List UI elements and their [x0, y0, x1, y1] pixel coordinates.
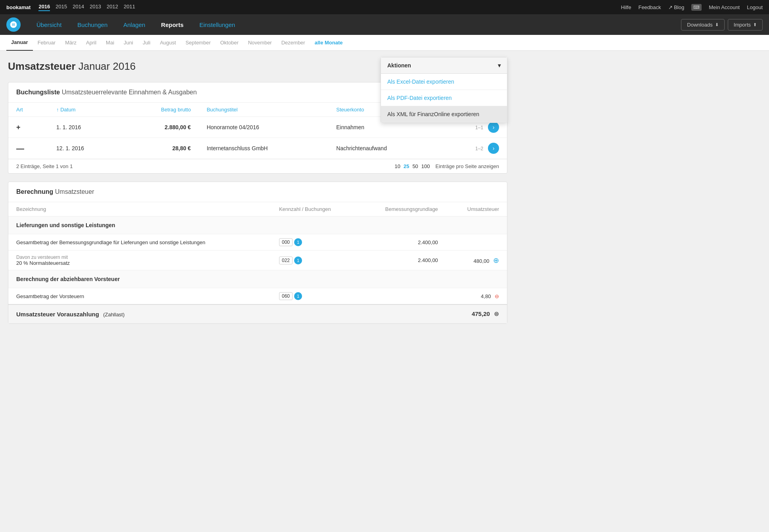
- row-seite: 1–1: [475, 125, 483, 130]
- imports-button[interactable]: Imports ⬆: [728, 19, 763, 31]
- row-seite: 1–2: [475, 146, 483, 151]
- nav-anlagen[interactable]: Anlagen: [115, 14, 153, 35]
- betrag-cell: 28,80 €: [122, 138, 199, 159]
- main-content: Umsatzsteuer Januar 2016 Aktionen ▾ Als …: [0, 51, 515, 341]
- kennzahl-box: 000 1: [279, 238, 302, 246]
- calc-umsatzsteuer: [446, 234, 507, 251]
- nav-buchungen[interactable]: Buchungen: [69, 14, 115, 35]
- berechnung-card: Berechnung Umsatzsteuer Bezeichnung Kenn…: [8, 182, 507, 324]
- actions-dropdown: Aktionen ▾ Als Excel-Datei exportieren A…: [381, 57, 507, 123]
- plus-icon: ⊕: [493, 256, 499, 264]
- keyboard-icon[interactable]: ⌨: [691, 4, 702, 11]
- col-bezeichnung: Bezeichnung: [8, 202, 271, 216]
- export-pdf-item[interactable]: Als PDF-Datei exportieren: [381, 90, 507, 106]
- logo[interactable]: [6, 17, 21, 32]
- page-size-50[interactable]: 50: [412, 163, 418, 169]
- nav-links: Übersicht Buchungen Anlagen Reports Eins…: [29, 14, 681, 35]
- betrag-cell: 2.880,00 €: [122, 117, 199, 138]
- actions-chevron-icon[interactable]: ▾: [498, 62, 501, 69]
- buchungsliste-title-bold: Buchungsliste: [16, 89, 60, 96]
- total-kennzahl: [271, 304, 358, 323]
- brand: bookamat: [6, 4, 31, 10]
- year-selector: 2016 2015 2014 2013 2012 2011: [38, 4, 621, 11]
- nav-einstellungen[interactable]: Einstellungen: [191, 14, 243, 35]
- actions-header: Aktionen ▾: [381, 57, 507, 74]
- export-xml-item[interactable]: Als XML für FinanzOnline exportieren: [381, 106, 507, 122]
- kz-count[interactable]: 1: [294, 238, 302, 246]
- col-titel: Buchungstitel: [199, 103, 328, 117]
- blog-link[interactable]: ↗ Blog: [668, 4, 685, 10]
- pagination-info: 2 Einträge, Seite 1 von 1: [16, 163, 73, 169]
- datum-cell: 12. 1. 2016: [48, 138, 122, 159]
- total-bemessungsgrundlage: [358, 304, 446, 323]
- col-kennzahl: Kennzahl / Buchungen: [271, 202, 358, 216]
- calc-row: Gesamtbetrag der Bemessungsgrundlage für…: [8, 234, 507, 251]
- col-art: Art: [8, 103, 48, 117]
- titel-cell: Honorarnote 04/2016: [199, 117, 328, 138]
- col-datum[interactable]: ↑ Datum: [48, 103, 122, 117]
- nav-reports[interactable]: Reports: [153, 14, 191, 35]
- row-nav-cell: 1–2 ›: [440, 138, 507, 159]
- year-2016[interactable]: 2016: [38, 4, 50, 11]
- section-header-label: Lieferungen und sonstige Leistungen: [8, 216, 507, 234]
- imports-arrow-icon: ⬆: [753, 22, 757, 27]
- downloads-button[interactable]: Downloads ⬇: [681, 19, 724, 31]
- kz-count[interactable]: 1: [294, 292, 302, 300]
- mein-account-link[interactable]: Mein Account: [709, 4, 740, 10]
- berechnung-title-rest: Umsatzsteuer: [53, 188, 94, 195]
- calc-umsatzsteuer: 4,80 ⊖: [446, 288, 507, 305]
- entries-label: Einträge pro Seite anzeigen: [436, 163, 499, 169]
- top-bar: bookamat 2016 2015 2014 2013 2012 2011 H…: [0, 0, 769, 14]
- col-umsatzsteuer: Umsatzsteuer: [446, 202, 507, 216]
- month-november[interactable]: November: [243, 35, 277, 51]
- month-juni[interactable]: Juni: [119, 35, 138, 51]
- month-oktober[interactable]: Oktober: [215, 35, 243, 51]
- total-value: 475,20: [472, 310, 490, 317]
- month-februar[interactable]: Februar: [33, 35, 61, 51]
- year-2011[interactable]: 2011: [124, 4, 135, 11]
- export-excel-item[interactable]: Als Excel-Datei exportieren: [381, 74, 507, 90]
- row-detail-button[interactable]: ›: [488, 143, 499, 154]
- month-august[interactable]: August: [155, 35, 180, 51]
- total-sublabel: (Zahllast): [103, 312, 124, 318]
- month-juli[interactable]: Juli: [138, 35, 155, 51]
- hilfe-link[interactable]: Hilfe: [621, 4, 631, 10]
- datum-cell: 1. 1. 2016: [48, 117, 122, 138]
- month-tabs: Januar Februar März April Mai Juni Juli …: [0, 35, 769, 51]
- downloads-arrow-icon: ⬇: [715, 22, 719, 27]
- page-size-100[interactable]: 100: [421, 163, 430, 169]
- row-detail-button[interactable]: ›: [488, 122, 499, 133]
- sort-arrow-icon: ↑: [56, 107, 60, 113]
- month-alle[interactable]: alle Monate: [310, 35, 348, 51]
- year-2012[interactable]: 2012: [107, 4, 118, 11]
- calc-bezeichnung: Gesamtbetrag der Bemessungsgrundlage für…: [8, 234, 271, 251]
- page-size-10[interactable]: 10: [394, 163, 400, 169]
- month-april[interactable]: April: [81, 35, 101, 51]
- total-umsatzsteuer: 475,20 ⊜: [446, 304, 507, 323]
- month-januar[interactable]: Januar: [6, 35, 33, 51]
- berechnung-table: Bezeichnung Kennzahl / Buchungen Bemessu…: [8, 202, 507, 323]
- nav-bar: Übersicht Buchungen Anlagen Reports Eins…: [0, 14, 769, 35]
- feedback-link[interactable]: Feedback: [638, 4, 661, 10]
- month-dezember[interactable]: Dezember: [277, 35, 310, 51]
- year-2015[interactable]: 2015: [55, 4, 67, 11]
- kz-badge: 022: [279, 256, 293, 264]
- month-september[interactable]: September: [181, 35, 216, 51]
- month-marz[interactable]: März: [60, 35, 81, 51]
- logout-link[interactable]: Logout: [747, 4, 763, 10]
- kennzahl-box: 060 1: [279, 292, 302, 300]
- page-size-25[interactable]: 25: [404, 163, 409, 169]
- kz-count[interactable]: 1: [294, 256, 302, 264]
- year-2014[interactable]: 2014: [73, 4, 84, 11]
- year-2013[interactable]: 2013: [90, 4, 101, 11]
- actions-title: Aktionen: [387, 62, 411, 69]
- month-mai[interactable]: Mai: [101, 35, 119, 51]
- top-bar-right: Hilfe Feedback ↗ Blog ⌨ Mein Account Log…: [621, 4, 763, 11]
- calc-bezeichnung: Davon zu versteuern mit 20 % Normalsteue…: [8, 251, 271, 270]
- calc-kennzahl: 022 1: [271, 251, 358, 270]
- steuerkonto-cell: Nachrichtenaufwand: [328, 138, 440, 159]
- berechnung-title-bold: Berechnung: [16, 188, 53, 195]
- total-label: Umsatzsteuer Vorauszahlung (Zahllast): [8, 304, 271, 323]
- nav-ubersicht[interactable]: Übersicht: [29, 14, 69, 35]
- col-betrag[interactable]: Betrag brutto: [122, 103, 199, 117]
